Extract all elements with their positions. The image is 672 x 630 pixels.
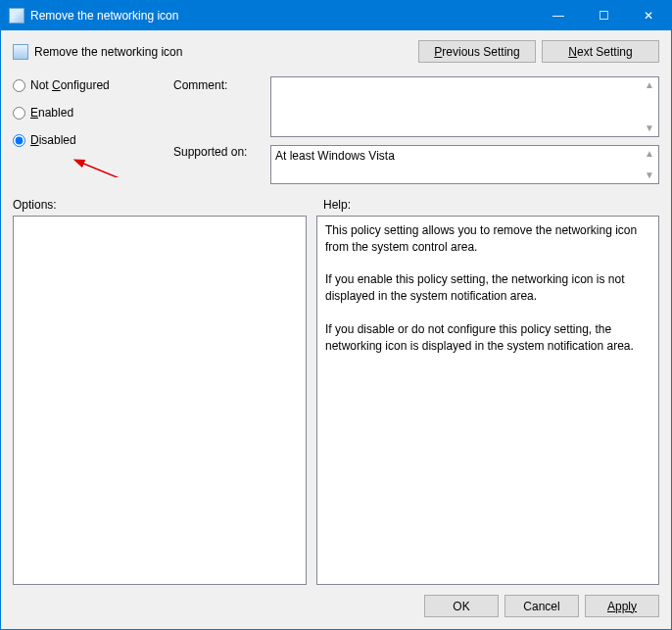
ok-button[interactable]: OK	[424, 595, 499, 617]
apply-button[interactable]: Apply	[585, 595, 659, 617]
comment-field[interactable]: ▲▼	[270, 76, 659, 137]
lower-labels: Options: Help:	[13, 198, 659, 212]
state-radios: Not Configured Enabled Disabled	[13, 76, 169, 147]
lower-panes: This policy setting allows you to remove…	[13, 216, 659, 585]
help-paragraph: If you enable this policy setting, the n…	[325, 271, 650, 305]
options-pane	[13, 216, 307, 585]
help-pane: This policy setting allows you to remove…	[316, 216, 659, 585]
minimize-button[interactable]: —	[536, 1, 581, 30]
radio-enabled-input[interactable]	[13, 107, 25, 120]
radio-disabled[interactable]: Disabled	[13, 133, 169, 147]
policy-icon	[13, 44, 28, 60]
title-bar: Remove the networking icon — ☐ ✕	[1, 1, 671, 30]
window-controls: — ☐ ✕	[536, 1, 671, 30]
supported-on-label: Supported on:	[173, 145, 266, 159]
radio-disabled-input[interactable]	[13, 134, 25, 147]
maximize-button[interactable]: ☐	[581, 1, 626, 30]
options-label: Options:	[13, 198, 323, 212]
policy-title: Remove the networking icon	[34, 45, 182, 59]
window-title: Remove the networking icon	[30, 9, 536, 23]
comment-scrollbar[interactable]: ▲▼	[642, 78, 657, 135]
previous-setting-button[interactable]: Previous Setting	[418, 40, 536, 63]
header-row: Remove the networking icon Previous Sett…	[13, 40, 659, 63]
comment-label: Comment:	[173, 76, 266, 92]
supported-scrollbar[interactable]: ▲▼	[642, 147, 657, 182]
app-icon	[9, 8, 24, 24]
cancel-button[interactable]: Cancel	[504, 595, 579, 617]
help-paragraph: If you disable or do not configure this …	[325, 321, 650, 355]
settings-grid: Not Configured Enabled Disabled Comment:…	[13, 76, 659, 184]
radio-not-configured[interactable]: Not Configured	[13, 78, 169, 92]
close-button[interactable]: ✕	[626, 1, 671, 30]
dialog-footer: OK Cancel Apply	[13, 595, 659, 617]
help-label: Help:	[323, 198, 351, 212]
client-area: Remove the networking icon Previous Sett…	[1, 30, 671, 629]
next-setting-button[interactable]: Next Setting	[542, 40, 659, 63]
radio-enabled[interactable]: Enabled	[13, 106, 169, 120]
supported-on-field: At least Windows Vista ▲▼	[270, 145, 659, 184]
radio-not-configured-input[interactable]	[13, 79, 25, 92]
help-paragraph: This policy setting allows you to remove…	[325, 222, 650, 256]
